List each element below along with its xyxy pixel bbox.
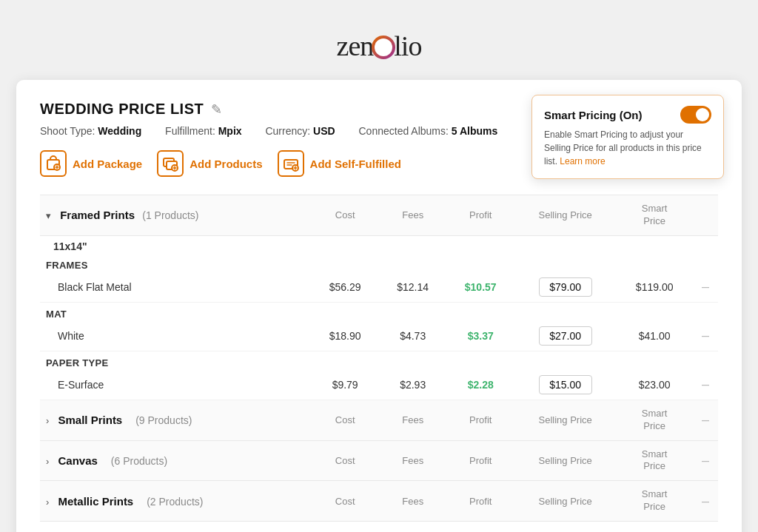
framed-prints-header-row: ▾ Framed Prints (1 Products) Cost Fees P… xyxy=(40,195,718,236)
smart-pricing-learn-more[interactable]: Learn more xyxy=(560,156,605,166)
smart-pricing-popup: Smart Pricing (On) Enable Smart Pricing … xyxy=(531,95,724,179)
col-profit-label: Profit xyxy=(446,195,514,236)
metallic-prints-count: (2 Products) xyxy=(141,496,203,508)
smart-price-e-surface: $23.00 xyxy=(616,370,693,400)
product-name-e-surface: E-Surface xyxy=(40,370,311,400)
product-white: White $18.90 $4.73 $3.37 $41.00 – xyxy=(40,321,718,351)
mat-group-header: MAT xyxy=(40,302,718,321)
col-smart-label: SmartPrice xyxy=(616,195,693,236)
add-products-label: Add Products xyxy=(190,158,262,170)
paper-type-group-label: PAPER TYPE xyxy=(40,351,718,370)
canvas-count: (6 Products) xyxy=(105,455,167,467)
col-profit-label-sp: Profit xyxy=(446,400,514,440)
selling-price-input-white[interactable] xyxy=(539,326,592,346)
col-cost-label-mp: Cost xyxy=(311,481,379,522)
col-cost-label: Cost xyxy=(311,195,379,236)
col-cost-label-sp: Cost xyxy=(311,400,379,440)
edit-icon[interactable]: ✎ xyxy=(211,101,222,118)
frames-group-label: FRAMES xyxy=(40,254,718,272)
fees-white: $4.73 xyxy=(379,321,447,351)
framed-prints-count: (1 Products) xyxy=(142,209,198,221)
selling-price-cell-black-flat-metal xyxy=(514,272,616,303)
col-fees-label-mp: Fees xyxy=(379,481,447,522)
add-package-icon xyxy=(40,150,67,177)
fulfillment-label: Fulfillment: xyxy=(165,125,215,137)
cost-white: $18.90 xyxy=(311,321,379,351)
connected-label: Connected Albums: xyxy=(358,125,448,137)
col-selling-label: Selling Price xyxy=(514,195,616,236)
remove-white[interactable]: – xyxy=(699,328,712,343)
logo-icon xyxy=(372,36,395,59)
add-package-button[interactable]: Add Package xyxy=(40,150,142,177)
remove-black-flat-metal[interactable]: – xyxy=(699,279,712,294)
framed-prints-chevron[interactable]: ▾ xyxy=(46,210,51,221)
col-profit-label-mp: Profit xyxy=(446,481,514,522)
remove-canvas[interactable]: – xyxy=(699,453,712,468)
canvas-chevron[interactable]: › xyxy=(46,456,49,467)
frames-group-header: FRAMES xyxy=(40,254,718,272)
add-products-button[interactable]: Add Products xyxy=(157,150,262,177)
currency-value: USD xyxy=(313,125,335,137)
smart-pricing-description: Enable Smart Pricing to adjust your Sell… xyxy=(544,128,711,168)
product-black-flat-metal: Black Flat Metal $56.29 $12.14 $10.57 $1… xyxy=(40,272,718,303)
logo-text-before: zen xyxy=(337,30,374,61)
product-table: ▾ Framed Prints (1 Products) Cost Fees P… xyxy=(40,195,718,522)
logo: zenlio xyxy=(337,30,422,61)
col-smart-label-mp: SmartPrice xyxy=(616,481,693,522)
mat-group-label: MAT xyxy=(40,302,718,321)
smart-price-white: $41.00 xyxy=(616,321,693,351)
small-prints-count: (9 Products) xyxy=(130,414,192,426)
size-row-11x14: 11x14" xyxy=(40,235,718,254)
profit-white: $3.37 xyxy=(446,321,514,351)
small-prints-title: Small Prints xyxy=(58,414,123,426)
cost-e-surface: $9.79 xyxy=(311,370,379,400)
small-prints-chevron[interactable]: › xyxy=(46,415,49,426)
fees-black-flat-metal: $12.14 xyxy=(379,272,447,303)
connected-value: 5 Albums xyxy=(452,125,498,137)
metallic-prints-header-row: › Metallic Prints (2 Products) Cost Fees… xyxy=(40,481,718,522)
col-selling-label-cv: Selling Price xyxy=(514,440,616,481)
col-profit-label-cv: Profit xyxy=(446,440,514,481)
remove-metallic-prints[interactable]: – xyxy=(699,494,712,509)
selling-price-cell-white xyxy=(514,321,616,351)
shoot-type-value: Wedding xyxy=(98,125,141,137)
paper-type-group-header: PAPER TYPE xyxy=(40,351,718,370)
product-e-surface: E-Surface $9.79 $2.93 $2.28 $23.00 – xyxy=(40,370,718,400)
framed-prints-title: Framed Prints xyxy=(60,209,135,221)
canvas-title: Canvas xyxy=(58,454,98,467)
product-name-white: White xyxy=(40,321,311,351)
add-self-fulfilled-button[interactable]: Add Self-Fulfilled xyxy=(278,150,401,177)
col-selling-label-sp: Selling Price xyxy=(514,400,616,440)
add-package-label: Add Package xyxy=(73,158,142,170)
smart-pricing-toggle[interactable] xyxy=(680,106,711,124)
logo-text-after: lio xyxy=(394,30,421,61)
col-fees-label: Fees xyxy=(379,195,447,236)
logo-area: zenlio xyxy=(337,15,422,80)
fulfillment-value: Mpix xyxy=(218,125,242,137)
product-name-black-flat-metal: Black Flat Metal xyxy=(40,272,311,303)
section-framed-prints: ▾ Framed Prints (1 Products) Cost Fees P… xyxy=(40,195,718,400)
metallic-prints-chevron[interactable]: › xyxy=(46,496,49,508)
section-metallic-prints: › Metallic Prints (2 Products) Cost Fees… xyxy=(40,481,718,522)
selling-price-input-black-flat-metal[interactable] xyxy=(539,277,592,297)
smart-pricing-title: Smart Pricing (On) xyxy=(544,109,643,121)
currency-label: Currency: xyxy=(265,125,310,137)
selling-price-input-e-surface[interactable] xyxy=(539,375,592,394)
remove-e-surface[interactable]: – xyxy=(699,377,712,392)
shoot-type-label: Shoot Type: xyxy=(40,125,95,137)
profit-e-surface: $2.28 xyxy=(446,370,514,400)
price-list-title: WEDDING PRICE LIST xyxy=(40,101,204,118)
fees-e-surface: $2.93 xyxy=(379,370,447,400)
col-fees-label-sp: Fees xyxy=(379,400,447,440)
metallic-prints-title: Metallic Prints xyxy=(58,495,134,508)
main-card: Smart Pricing (On) Enable Smart Pricing … xyxy=(16,80,742,532)
col-smart-label-cv: SmartPrice xyxy=(616,440,693,481)
canvas-header-row: › Canvas (6 Products) Cost Fees Profit S… xyxy=(40,440,718,481)
col-selling-label-mp: Selling Price xyxy=(514,481,616,522)
smart-price-black-flat-metal: $119.00 xyxy=(616,272,693,303)
selling-price-cell-e-surface xyxy=(514,370,616,400)
section-small-prints: › Small Prints (9 Products) Cost Fees Pr… xyxy=(40,400,718,440)
remove-small-prints[interactable]: – xyxy=(699,412,712,428)
add-products-icon xyxy=(157,150,184,177)
add-self-fulfilled-label: Add Self-Fulfilled xyxy=(310,158,401,170)
